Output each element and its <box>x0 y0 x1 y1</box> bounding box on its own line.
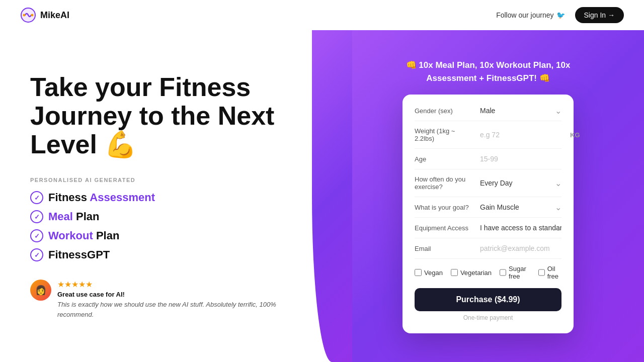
exercise-label: How often do you exercise? <box>415 175 480 191</box>
logo-text: MikeAI <box>40 10 69 21</box>
vegetarian-checkbox[interactable] <box>451 269 458 276</box>
list-item: ✓ Meal Plan <box>30 210 302 223</box>
sugarfree-checkbox[interactable] <box>500 269 506 276</box>
check-icon: ✓ <box>30 229 43 242</box>
personalised-label: PERSONALISED AI GENERATED <box>30 177 302 183</box>
weight-label: Weight (1kg ~2.2lbs) <box>415 127 480 142</box>
testimonial-name: Great use case for AI! <box>57 291 302 298</box>
testimonial-content: ★★★★★ Great use case for AI! This is exa… <box>57 280 302 319</box>
gender-select[interactable]: Male Female Other <box>480 107 561 115</box>
feature-fitnessgpt: FitnessGPT <box>48 248 110 261</box>
check-icon: ✓ <box>30 210 43 223</box>
left-panel: Take your Fitness Journey to the Next Le… <box>0 30 332 362</box>
logo-icon <box>20 7 36 23</box>
nav-right: Follow our journey 🐦 Sign In → <box>496 7 624 23</box>
gender-label: Gender (sex) <box>415 107 480 115</box>
purchase-button[interactable]: Purchase ($4.99) <box>415 288 561 311</box>
twitter-icon: 🐦 <box>556 11 565 19</box>
hero-title: Take your Fitness Journey to the Next Le… <box>30 73 302 159</box>
avatar: 👩 <box>30 280 51 301</box>
dietary-sugarfree[interactable]: Sugar free <box>500 265 530 280</box>
form-card: Gender (sex) Male Female Other Weight (1… <box>403 95 574 333</box>
dietary-oilfree[interactable]: Oil free <box>538 265 561 280</box>
equipment-select[interactable]: I have access to a standard gym Home wor… <box>480 224 561 232</box>
signin-button[interactable]: Sign In → <box>575 7 624 23</box>
vegan-checkbox[interactable] <box>415 269 422 276</box>
age-row: Age <box>415 155 561 169</box>
weight-row: Weight (1kg ~2.2lbs) KG <box>415 127 561 149</box>
equipment-select-wrapper: I have access to a standard gym Home wor… <box>480 224 561 232</box>
goal-row: What is your goal? Gain Muscle Lose Weig… <box>415 203 561 218</box>
follow-link[interactable]: Follow our journey 🐦 <box>496 11 565 19</box>
dietary-row: Vegan Vegetarian Sugar free Oil free <box>415 265 561 280</box>
svg-point-2 <box>31 14 34 17</box>
stars: ★★★★★ <box>57 280 302 289</box>
exercise-row: How often do you exercise? Every Day 3-4… <box>415 175 561 197</box>
email-input[interactable] <box>480 244 568 252</box>
list-item: ✓ FitnessGPT <box>30 248 302 261</box>
testimonial: 👩 ★★★★★ Great use case for AI! This is e… <box>30 280 302 319</box>
payment-note: One-time payment <box>415 314 561 321</box>
check-icon: ✓ <box>30 248 43 261</box>
email-row: Email <box>415 244 561 259</box>
features-list: ✓ Fitness Assessment ✓ Meal Plan ✓ Worko… <box>30 191 302 261</box>
navbar: MikeAI Follow our journey 🐦 Sign In → <box>0 0 644 30</box>
check-icon: ✓ <box>30 191 43 204</box>
exercise-select[interactable]: Every Day 3-4x a week 1-2x a week Never <box>480 179 561 187</box>
dietary-vegan[interactable]: Vegan <box>415 269 443 277</box>
right-panel: 👊 10x Meal Plan, 10x Workout Plan, 10xAs… <box>332 30 644 362</box>
oilfree-checkbox[interactable] <box>538 269 545 276</box>
weight-unit: KG <box>570 131 580 139</box>
svg-point-1 <box>23 14 26 17</box>
testimonial-text: This is exactly how we should use the ne… <box>57 300 302 319</box>
email-label: Email <box>415 245 480 252</box>
feature-meal: Meal Plan <box>48 210 100 223</box>
equipment-label: Equipment Access <box>415 224 480 232</box>
gender-row: Gender (sex) Male Female Other <box>415 107 561 121</box>
gender-select-wrapper: Male Female Other <box>480 107 561 115</box>
age-label: Age <box>415 155 480 163</box>
logo: MikeAI <box>20 7 69 23</box>
weight-input[interactable] <box>480 131 568 139</box>
main-content: Take your Fitness Journey to the Next Le… <box>0 30 644 362</box>
exercise-select-wrapper: Every Day 3-4x a week 1-2x a week Never <box>480 179 561 187</box>
dietary-vegetarian[interactable]: Vegetarian <box>451 269 492 277</box>
age-input[interactable] <box>480 155 568 163</box>
equipment-row: Equipment Access I have access to a stan… <box>415 224 561 238</box>
goal-select-wrapper: Gain Muscle Lose Weight Stay Fit <box>480 203 561 211</box>
feature-workout: Workout Plan <box>48 229 119 242</box>
promo-banner: 👊 10x Meal Plan, 10x Workout Plan, 10xAs… <box>406 59 571 84</box>
list-item: ✓ Fitness Assessment <box>30 191 302 204</box>
follow-text: Follow our journey <box>496 11 553 19</box>
goal-label: What is your goal? <box>415 204 480 211</box>
goal-select[interactable]: Gain Muscle Lose Weight Stay Fit <box>480 203 561 211</box>
feature-fitness: Fitness Assessment <box>48 191 155 204</box>
list-item: ✓ Workout Plan <box>30 229 302 242</box>
